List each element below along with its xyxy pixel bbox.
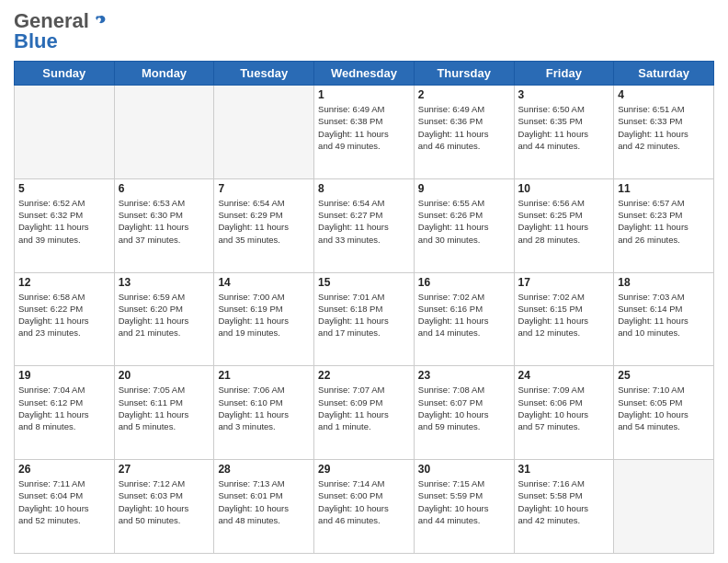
calendar-cell — [614, 460, 714, 554]
day-info: Sunrise: 7:14 AM Sunset: 6:00 PM Dayligh… — [318, 477, 410, 526]
day-info: Sunrise: 7:15 AM Sunset: 5:59 PM Dayligh… — [418, 477, 510, 526]
day-number: 3 — [518, 88, 610, 101]
week-row-2: 5Sunrise: 6:52 AM Sunset: 6:32 PM Daylig… — [15, 178, 714, 272]
day-info: Sunrise: 6:53 AM Sunset: 6:30 PM Dayligh… — [119, 197, 210, 246]
calendar-cell: 9Sunrise: 6:55 AM Sunset: 6:26 PM Daylig… — [414, 178, 514, 272]
day-number: 29 — [318, 463, 410, 476]
calendar-cell: 5Sunrise: 6:52 AM Sunset: 6:32 PM Daylig… — [15, 178, 115, 272]
day-info: Sunrise: 7:00 AM Sunset: 6:19 PM Dayligh… — [218, 291, 310, 339]
day-number: 17 — [518, 276, 610, 289]
day-number: 5 — [18, 182, 110, 195]
weekday-header-sunday: Sunday — [15, 62, 115, 86]
day-info: Sunrise: 7:02 AM Sunset: 6:16 PM Dayligh… — [418, 291, 510, 339]
day-number: 19 — [18, 369, 110, 382]
logo: General Blue — [14, 9, 108, 53]
day-number: 20 — [119, 369, 210, 382]
day-info: Sunrise: 7:12 AM Sunset: 6:03 PM Dayligh… — [119, 477, 210, 526]
calendar-cell: 21Sunrise: 7:06 AM Sunset: 6:10 PM Dayli… — [214, 366, 314, 460]
calendar-cell: 18Sunrise: 7:03 AM Sunset: 6:14 PM Dayli… — [614, 272, 714, 366]
header: General Blue — [14, 9, 714, 53]
day-info: Sunrise: 7:07 AM Sunset: 6:09 PM Dayligh… — [318, 384, 410, 432]
calendar-cell — [15, 86, 115, 179]
day-info: Sunrise: 7:09 AM Sunset: 6:06 PM Dayligh… — [518, 384, 610, 432]
week-row-3: 12Sunrise: 6:58 AM Sunset: 6:22 PM Dayli… — [15, 272, 714, 366]
calendar-table: SundayMondayTuesdayWednesdayThursdayFrid… — [14, 61, 714, 554]
week-row-5: 26Sunrise: 7:11 AM Sunset: 6:04 PM Dayli… — [15, 460, 714, 554]
day-number: 22 — [318, 369, 410, 382]
weekday-header-monday: Monday — [114, 62, 214, 86]
calendar-cell: 13Sunrise: 6:59 AM Sunset: 6:20 PM Dayli… — [114, 272, 214, 366]
calendar-cell: 7Sunrise: 6:54 AM Sunset: 6:29 PM Daylig… — [214, 178, 314, 272]
calendar-cell: 3Sunrise: 6:50 AM Sunset: 6:35 PM Daylig… — [514, 86, 614, 179]
week-row-1: 1Sunrise: 6:49 AM Sunset: 6:38 PM Daylig… — [15, 86, 714, 179]
day-info: Sunrise: 7:02 AM Sunset: 6:15 PM Dayligh… — [518, 291, 610, 339]
calendar-cell: 16Sunrise: 7:02 AM Sunset: 6:16 PM Dayli… — [414, 272, 514, 366]
day-number: 26 — [18, 463, 110, 476]
calendar-cell: 15Sunrise: 7:01 AM Sunset: 6:18 PM Dayli… — [314, 272, 415, 366]
day-number: 30 — [418, 463, 510, 476]
day-info: Sunrise: 7:10 AM Sunset: 6:05 PM Dayligh… — [618, 384, 710, 432]
day-number: 31 — [518, 463, 610, 476]
week-row-4: 19Sunrise: 7:04 AM Sunset: 6:12 PM Dayli… — [15, 366, 714, 460]
calendar-cell: 19Sunrise: 7:04 AM Sunset: 6:12 PM Dayli… — [15, 366, 115, 460]
day-number: 16 — [418, 276, 510, 289]
weekday-header-friday: Friday — [514, 62, 614, 86]
day-info: Sunrise: 6:57 AM Sunset: 6:23 PM Dayligh… — [618, 197, 710, 246]
weekday-header-saturday: Saturday — [614, 62, 714, 86]
day-info: Sunrise: 7:04 AM Sunset: 6:12 PM Dayligh… — [18, 384, 110, 432]
calendar-cell: 14Sunrise: 7:00 AM Sunset: 6:19 PM Dayli… — [214, 272, 314, 366]
day-info: Sunrise: 7:06 AM Sunset: 6:10 PM Dayligh… — [218, 384, 310, 432]
calendar-cell: 8Sunrise: 6:54 AM Sunset: 6:27 PM Daylig… — [314, 178, 415, 272]
calendar-cell: 12Sunrise: 6:58 AM Sunset: 6:22 PM Dayli… — [15, 272, 115, 366]
calendar-cell: 24Sunrise: 7:09 AM Sunset: 6:06 PM Dayli… — [514, 366, 614, 460]
calendar-cell: 29Sunrise: 7:14 AM Sunset: 6:00 PM Dayli… — [314, 460, 415, 554]
day-number: 21 — [218, 369, 310, 382]
day-info: Sunrise: 7:13 AM Sunset: 6:01 PM Dayligh… — [218, 477, 310, 526]
day-number: 14 — [218, 276, 310, 289]
calendar-cell: 2Sunrise: 6:49 AM Sunset: 6:36 PM Daylig… — [414, 86, 514, 179]
day-number: 2 — [418, 88, 510, 101]
day-number: 25 — [618, 369, 710, 382]
weekday-header-wednesday: Wednesday — [314, 62, 415, 86]
day-info: Sunrise: 6:49 AM Sunset: 6:36 PM Dayligh… — [418, 103, 510, 152]
day-info: Sunrise: 7:11 AM Sunset: 6:04 PM Dayligh… — [18, 477, 110, 526]
calendar-cell — [114, 86, 214, 179]
day-number: 6 — [119, 182, 210, 195]
calendar-cell — [214, 86, 314, 179]
day-number: 9 — [418, 182, 510, 195]
day-info: Sunrise: 7:16 AM Sunset: 5:58 PM Dayligh… — [518, 477, 610, 526]
calendar-cell: 4Sunrise: 6:51 AM Sunset: 6:33 PM Daylig… — [614, 86, 714, 179]
day-info: Sunrise: 6:59 AM Sunset: 6:20 PM Dayligh… — [119, 291, 210, 339]
day-number: 8 — [318, 182, 410, 195]
day-number: 11 — [618, 182, 710, 195]
calendar-cell: 6Sunrise: 6:53 AM Sunset: 6:30 PM Daylig… — [114, 178, 214, 272]
day-info: Sunrise: 6:52 AM Sunset: 6:32 PM Dayligh… — [18, 197, 110, 246]
day-info: Sunrise: 6:54 AM Sunset: 6:29 PM Dayligh… — [218, 197, 310, 246]
calendar-cell: 20Sunrise: 7:05 AM Sunset: 6:11 PM Dayli… — [114, 366, 214, 460]
day-number: 1 — [318, 88, 410, 101]
calendar-cell: 25Sunrise: 7:10 AM Sunset: 6:05 PM Dayli… — [614, 366, 714, 460]
day-info: Sunrise: 6:58 AM Sunset: 6:22 PM Dayligh… — [18, 291, 110, 339]
calendar-cell: 17Sunrise: 7:02 AM Sunset: 6:15 PM Dayli… — [514, 272, 614, 366]
weekday-header-thursday: Thursday — [414, 62, 514, 86]
weekday-header-tuesday: Tuesday — [214, 62, 314, 86]
calendar-cell: 11Sunrise: 6:57 AM Sunset: 6:23 PM Dayli… — [614, 178, 714, 272]
weekday-header-row: SundayMondayTuesdayWednesdayThursdayFrid… — [15, 62, 714, 86]
logo-bird-icon — [91, 13, 108, 29]
day-number: 12 — [18, 276, 110, 289]
page: General Blue SundayMondayTuesdayWednesda… — [0, 0, 728, 563]
calendar-cell: 27Sunrise: 7:12 AM Sunset: 6:03 PM Dayli… — [114, 460, 214, 554]
calendar-cell: 23Sunrise: 7:08 AM Sunset: 6:07 PM Dayli… — [414, 366, 514, 460]
day-info: Sunrise: 7:03 AM Sunset: 6:14 PM Dayligh… — [618, 291, 710, 339]
calendar-cell: 1Sunrise: 6:49 AM Sunset: 6:38 PM Daylig… — [314, 86, 415, 179]
day-info: Sunrise: 7:01 AM Sunset: 6:18 PM Dayligh… — [318, 291, 410, 339]
day-info: Sunrise: 7:05 AM Sunset: 6:11 PM Dayligh… — [119, 384, 210, 432]
day-info: Sunrise: 6:49 AM Sunset: 6:38 PM Dayligh… — [318, 103, 410, 152]
day-number: 10 — [518, 182, 610, 195]
day-number: 15 — [318, 276, 410, 289]
day-number: 28 — [218, 463, 310, 476]
day-info: Sunrise: 7:08 AM Sunset: 6:07 PM Dayligh… — [418, 384, 510, 432]
day-info: Sunrise: 6:54 AM Sunset: 6:27 PM Dayligh… — [318, 197, 410, 246]
day-info: Sunrise: 6:55 AM Sunset: 6:26 PM Dayligh… — [418, 197, 510, 246]
day-info: Sunrise: 6:56 AM Sunset: 6:25 PM Dayligh… — [518, 197, 610, 246]
